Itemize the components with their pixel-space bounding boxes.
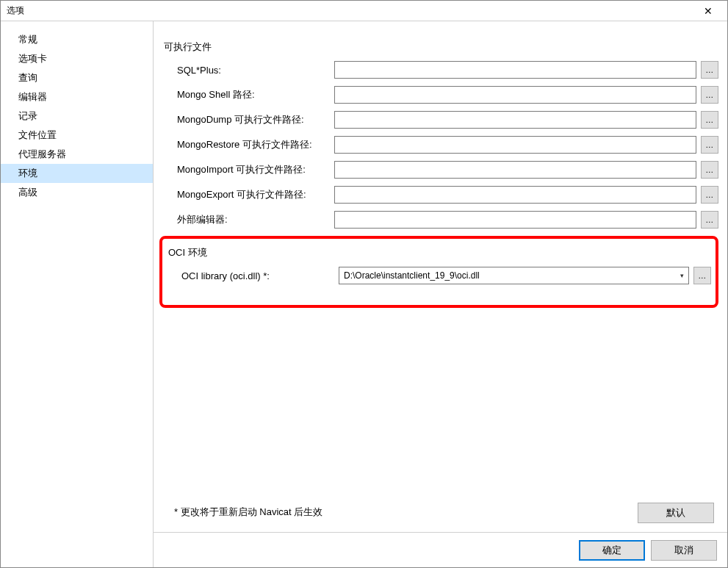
executable-browse-0[interactable]: ... — [701, 61, 718, 79]
oci-library-label: OCI library (oci.dll) *: — [168, 270, 339, 281]
executable-row-3: MongoRestore 可执行文件路径:... — [164, 136, 718, 154]
executable-input-2[interactable] — [334, 111, 696, 129]
executable-browse-3[interactable]: ... — [701, 136, 718, 154]
sidebar-item-3[interactable]: 编辑器 — [1, 87, 153, 107]
executable-row-4: MongoImport 可执行文件路径:... — [164, 161, 718, 179]
sidebar-item-6[interactable]: 代理服务器 — [1, 145, 153, 164]
executable-browse-4[interactable]: ... — [701, 161, 718, 179]
window-title: 选项 — [7, 4, 693, 17]
oci-browse-button[interactable]: ... — [693, 267, 711, 284]
executable-label-2: MongoDump 可执行文件路径: — [164, 113, 334, 126]
executable-label-0: SQL*Plus: — [164, 65, 334, 76]
executable-label-4: MongoImport 可执行文件路径: — [164, 163, 334, 176]
executable-browse-1[interactable]: ... — [701, 86, 718, 104]
executable-label-6: 外部编辑器: — [164, 213, 334, 226]
sidebar-item-8[interactable]: 高级 — [1, 183, 153, 202]
executable-input-0[interactable] — [334, 61, 696, 79]
chevron-down-icon[interactable]: ▾ — [675, 267, 688, 284]
executable-browse-2[interactable]: ... — [701, 111, 718, 129]
oci-library-value: D:\Oracle\instantclient_19_9\oci.dll — [339, 270, 675, 281]
oci-highlight-box: OCI 环境 OCI library (oci.dll) *: D:\Oracl… — [159, 236, 718, 308]
sidebar-item-4[interactable]: 记录 — [1, 107, 153, 126]
sidebar-item-5[interactable]: 文件位置 — [1, 126, 153, 145]
executable-row-5: MongoExport 可执行文件路径:... — [164, 186, 718, 204]
executable-row-1: Mongo Shell 路径:... — [164, 86, 718, 104]
ok-button[interactable]: 确定 — [579, 540, 645, 561]
titlebar: 选项 ✕ — [1, 1, 727, 21]
executables-section-title: 可执行文件 — [164, 40, 718, 54]
sidebar-item-0[interactable]: 常规 — [1, 30, 153, 49]
sidebar-item-7[interactable]: 环境 — [1, 164, 153, 183]
executable-input-6[interactable] — [334, 211, 696, 229]
close-button[interactable]: ✕ — [693, 3, 723, 19]
default-button[interactable]: 默认 — [638, 503, 714, 523]
oci-section-title: OCI 环境 — [168, 246, 711, 259]
executable-input-4[interactable] — [334, 161, 696, 179]
executable-row-2: MongoDump 可执行文件路径:... — [164, 111, 718, 129]
sidebar: 常规选项卡查询编辑器记录文件位置代理服务器环境高级 — [1, 21, 154, 567]
executable-label-3: MongoRestore 可执行文件路径: — [164, 138, 334, 151]
options-window: 选项 ✕ 常规选项卡查询编辑器记录文件位置代理服务器环境高级 可执行文件 SQL… — [0, 0, 728, 568]
executable-input-5[interactable] — [334, 186, 696, 204]
sidebar-item-1[interactable]: 选项卡 — [1, 49, 153, 68]
executable-input-1[interactable] — [334, 86, 696, 104]
oci-library-combo[interactable]: D:\Oracle\instantclient_19_9\oci.dll ▾ — [339, 267, 689, 284]
main-panel: 可执行文件 SQL*Plus:...Mongo Shell 路径:...Mong… — [154, 21, 727, 567]
executable-input-3[interactable] — [334, 136, 696, 154]
executable-row-6: 外部编辑器:... — [164, 211, 718, 229]
cancel-button[interactable]: 取消 — [651, 540, 717, 561]
bottom-bar: 确定 取消 — [154, 532, 727, 567]
oci-library-row: OCI library (oci.dll) *: D:\Oracle\insta… — [168, 267, 711, 284]
sidebar-item-2[interactable]: 查询 — [1, 68, 153, 87]
executable-browse-6[interactable]: ... — [701, 211, 718, 229]
restart-note: * 更改将于重新启动 Navicat 后生效 — [174, 506, 322, 519]
executable-row-0: SQL*Plus:... — [164, 61, 718, 79]
executable-label-5: MongoExport 可执行文件路径: — [164, 188, 334, 201]
executable-label-1: Mongo Shell 路径: — [164, 88, 334, 101]
executable-browse-5[interactable]: ... — [701, 186, 718, 204]
